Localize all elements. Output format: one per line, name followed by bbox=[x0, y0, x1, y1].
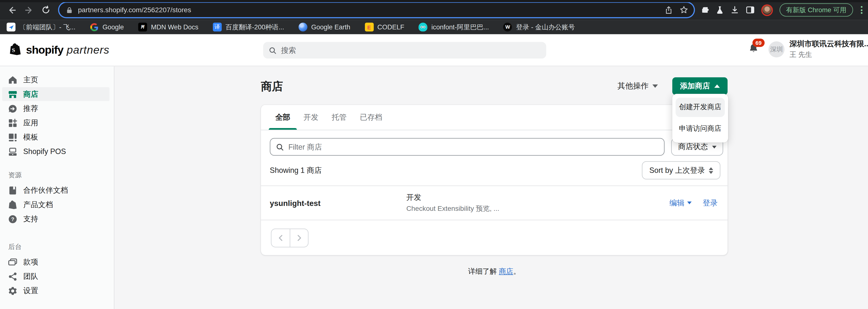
sidebar-item-label: 产品文档 bbox=[23, 200, 53, 210]
store-login-link[interactable]: 登录 bbox=[703, 198, 718, 208]
sidebar-item-label: 设置 bbox=[23, 286, 38, 296]
gear-icon bbox=[8, 286, 18, 296]
sidebar-item-product-docs[interactable]: 产品文档 bbox=[2, 198, 110, 211]
logo-word-partners: partners bbox=[67, 43, 110, 56]
filter-stores-input[interactable] bbox=[288, 143, 659, 151]
header-search[interactable] bbox=[263, 42, 546, 59]
google-icon bbox=[90, 23, 99, 31]
header-search-input[interactable] bbox=[281, 46, 541, 54]
forward-button[interactable] bbox=[23, 4, 35, 16]
sidebar-section-admin: 后台 bbox=[8, 242, 114, 252]
stores-card: 全部 开发 托管 已存档 商店状态 bbox=[261, 105, 727, 255]
store-row[interactable]: ysunlight-test 开发 Checkout Extensibility… bbox=[261, 185, 727, 220]
sidebar-item-shopify-pos[interactable]: Shopify POS bbox=[2, 145, 110, 159]
chevron-left-icon bbox=[277, 234, 285, 242]
logo-word-shopify: shopify bbox=[26, 43, 63, 56]
google-earth-icon bbox=[299, 23, 307, 31]
store-description: Checkout Extensibility 预览, ... bbox=[406, 204, 670, 213]
add-store-button[interactable]: 添加商店 bbox=[672, 77, 727, 95]
downloads-icon[interactable] bbox=[730, 6, 739, 14]
bookmark-baidu-translate[interactable]: 译 百度翻译-200种语... bbox=[213, 22, 284, 32]
browser-toolbar: partners.shopify.com/2562207/stores 有新版 … bbox=[0, 0, 868, 20]
sidebar-item-referrals[interactable]: 推荐 bbox=[2, 102, 110, 115]
svg-text:S: S bbox=[11, 47, 15, 53]
url-bar[interactable]: partners.shopify.com/2562207/stores bbox=[59, 3, 694, 17]
mdn-icon: M bbox=[138, 23, 147, 31]
question-circle-icon: ? bbox=[8, 214, 18, 224]
notification-count-badge: 69 bbox=[752, 39, 765, 47]
store-details: 开发 Checkout Extensibility 预览, ... bbox=[406, 193, 670, 213]
chevron-down-icon bbox=[652, 84, 658, 88]
baidu-translate-icon: 译 bbox=[213, 23, 222, 31]
chrome-update-chip[interactable]: 有新版 Chrome 可用 bbox=[779, 3, 853, 16]
team-share-icon bbox=[8, 271, 18, 281]
next-page-button[interactable] bbox=[290, 229, 308, 247]
tab-managed[interactable]: 托管 bbox=[325, 105, 353, 130]
store-type: 开发 bbox=[406, 193, 670, 203]
notifications-button[interactable]: 69 bbox=[749, 43, 758, 56]
sidebar-item-settings[interactable]: 设置 bbox=[2, 284, 110, 298]
sidebar-item-partner-docs[interactable]: 合作伙伴文档 bbox=[2, 183, 110, 197]
share-icon[interactable] bbox=[664, 6, 673, 14]
bookmark-wps-login[interactable]: W 登录 - 金山办公账号 bbox=[503, 22, 575, 32]
bookmark-codelf[interactable]: E CODELF bbox=[365, 23, 404, 31]
wps-icon: W bbox=[503, 23, 512, 31]
sidebar-item-stores[interactable]: 商店 bbox=[2, 87, 110, 101]
codelf-icon: E bbox=[365, 23, 373, 31]
sidebar-item-support[interactable]: ? 支持 bbox=[2, 212, 110, 226]
previous-page-button[interactable] bbox=[272, 229, 289, 247]
search-icon bbox=[269, 46, 277, 54]
sidebar-item-label: 推荐 bbox=[23, 104, 38, 114]
showing-count-text: Showing 1 商店 bbox=[270, 165, 321, 175]
payments-icon bbox=[8, 257, 18, 267]
stores-help-link[interactable]: 商店 bbox=[499, 267, 514, 275]
back-button[interactable] bbox=[6, 4, 18, 16]
sidebar-section-resources: 资源 bbox=[8, 171, 114, 180]
chevron-right-icon bbox=[295, 234, 303, 242]
tab-archived[interactable]: 已存档 bbox=[353, 105, 389, 130]
bookmark-feishu[interactable]: 〔前端团队〕- 飞... bbox=[7, 22, 75, 32]
main-content: 商店 其他操作 添加商店 创建开发商店 申请访问商店 bbox=[115, 66, 868, 309]
bookmark-google[interactable]: Google bbox=[90, 23, 124, 31]
sidebar-item-payouts[interactable]: 款项 bbox=[2, 255, 110, 269]
sort-by-button[interactable]: Sort by 上次登录 bbox=[642, 161, 720, 179]
reload-button[interactable] bbox=[40, 4, 52, 16]
sidebar-item-apps[interactable]: 应用 bbox=[2, 116, 110, 130]
sidebar-item-themes[interactable]: 模板 bbox=[2, 130, 110, 144]
sidebar-item-label: 模板 bbox=[23, 132, 38, 142]
sidebar-item-label: 合作伙伴文档 bbox=[23, 185, 68, 195]
tab-development[interactable]: 开发 bbox=[297, 105, 325, 130]
sidebar-item-label: 商店 bbox=[23, 89, 38, 99]
bookmark-star-icon[interactable] bbox=[679, 6, 688, 14]
side-panel-icon[interactable] bbox=[746, 6, 754, 14]
bookmark-iconfont[interactable]: iconfont-阿里巴巴... bbox=[419, 22, 489, 32]
store-name[interactable]: ysunlight-test bbox=[270, 199, 406, 207]
account-avatar[interactable]: 深圳 bbox=[769, 41, 784, 57]
sidebar-item-label: 主页 bbox=[23, 75, 38, 85]
app-header: S shopify partners 69 深圳 深圳市联讯云科技有限... 王… bbox=[0, 34, 868, 66]
chevron-down-icon bbox=[712, 145, 716, 148]
filter-stores-field[interactable] bbox=[270, 138, 664, 156]
flask-icon[interactable] bbox=[716, 6, 723, 14]
store-edit-link[interactable]: 编辑 bbox=[670, 198, 692, 208]
account-info[interactable]: 深圳市联讯云科技有限... 王 先生 bbox=[789, 39, 868, 60]
sidebar-item-label: Shopify POS bbox=[23, 147, 66, 156]
sidebar: 主页 商店 推荐 应用 模板 Shopify POS 资源 bbox=[0, 66, 115, 309]
forward-arrow-icon bbox=[24, 5, 33, 14]
stores-tabs: 全部 开发 托管 已存档 bbox=[261, 105, 727, 130]
sidebar-item-home[interactable]: 主页 bbox=[2, 73, 110, 87]
tab-all[interactable]: 全部 bbox=[269, 105, 297, 130]
themes-icon bbox=[8, 132, 18, 142]
home-icon bbox=[8, 75, 18, 85]
bookmark-google-earth[interactable]: Google Earth bbox=[299, 23, 350, 31]
sidebar-item-label: 支持 bbox=[23, 214, 38, 224]
browser-profile-avatar[interactable] bbox=[761, 4, 773, 16]
extensions-icon[interactable] bbox=[700, 6, 709, 14]
shopify-partners-logo[interactable]: S shopify partners bbox=[9, 42, 110, 57]
sidebar-item-team[interactable]: 团队 bbox=[2, 269, 110, 283]
browser-menu-icon[interactable] bbox=[860, 5, 864, 15]
dropdown-item-request-access[interactable]: 申请访问商店 bbox=[676, 119, 725, 139]
more-actions-button[interactable]: 其他操作 bbox=[618, 81, 658, 91]
dropdown-item-create-dev-store[interactable]: 创建开发商店 bbox=[676, 98, 725, 117]
bookmark-mdn[interactable]: M MDN Web Docs bbox=[138, 23, 198, 31]
